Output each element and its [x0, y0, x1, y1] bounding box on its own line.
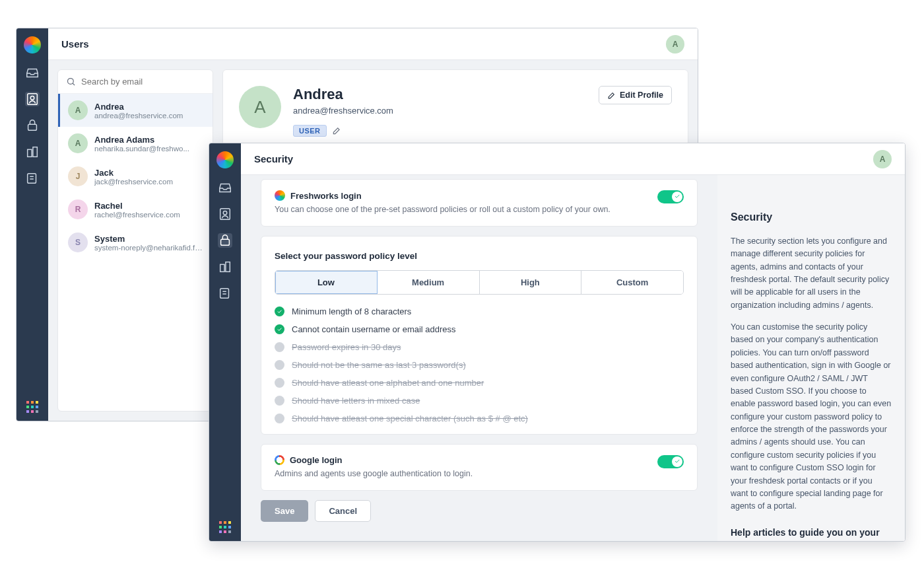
card-title: Google login	[290, 455, 342, 465]
audit-icon[interactable]	[25, 171, 40, 186]
user-row[interactable]: A Andrea Adams neharika.sundar@freshwo..…	[58, 127, 213, 160]
user-email: jack@freshservice.com	[94, 178, 173, 186]
security-icon[interactable]	[218, 233, 232, 248]
freshworks-login-toggle[interactable]	[657, 190, 684, 203]
user-row[interactable]: J Jack jack@freshservice.com	[58, 160, 213, 193]
security-icon[interactable]	[25, 118, 40, 133]
policy-rule: Minimum length of 8 characters	[275, 307, 684, 316]
info-heading: Security	[731, 209, 892, 226]
user-email: rachel@freshservice.com	[94, 211, 180, 219]
policy-section-title: Select your password policy level	[275, 251, 684, 261]
policy-level-medium[interactable]: Medium	[378, 271, 480, 294]
cancel-button[interactable]: Cancel	[315, 500, 371, 522]
svg-rect-9	[221, 239, 230, 245]
user-email: neharika.sundar@freshwo...	[94, 145, 189, 153]
policy-level-custom[interactable]: Custom	[581, 271, 683, 294]
svg-point-6	[68, 79, 74, 85]
apps-icon[interactable]	[219, 521, 231, 533]
google-mark-icon	[275, 455, 284, 465]
policy-level-segment: LowMediumHighCustom	[275, 270, 684, 295]
nav-rail	[16, 28, 48, 421]
profile-email: andrea@freshservice.com	[293, 106, 587, 116]
svg-rect-4	[33, 147, 37, 157]
topbar: Users A	[48, 28, 698, 60]
policy-level-high[interactable]: High	[480, 271, 582, 294]
policy-rule: Password expires in 30 days	[275, 342, 684, 352]
info-panel: Security The security section lets you c…	[717, 175, 905, 541]
svg-rect-10	[220, 264, 224, 271]
disabled-icon	[275, 396, 284, 406]
organization-icon[interactable]	[218, 260, 232, 274]
user-name: Andrea	[94, 102, 183, 112]
inbox-icon[interactable]	[218, 180, 232, 195]
disabled-icon	[275, 360, 284, 370]
disabled-icon	[275, 342, 284, 352]
user-row[interactable]: R Rachel rachel@freshservice.com	[58, 193, 213, 226]
policy-rule: Cannot contain username or email address	[275, 324, 684, 334]
save-button[interactable]: Save	[261, 500, 308, 522]
current-user-avatar[interactable]: A	[666, 35, 684, 54]
user-avatar: A	[68, 100, 88, 120]
policy-rule: Should have letters in mixed case	[275, 396, 684, 406]
search-icon	[66, 77, 76, 87]
policy-level-low[interactable]: Low	[275, 271, 378, 294]
user-name: Jack	[94, 168, 173, 178]
role-badge: USER	[293, 125, 327, 137]
svg-rect-3	[28, 149, 32, 157]
freshworks-logo-icon	[216, 151, 234, 168]
info-paragraph: You can customise the security policy ba…	[731, 321, 892, 513]
freshworks-mark-icon	[275, 190, 285, 201]
svg-rect-12	[220, 289, 229, 299]
svg-rect-2	[28, 124, 37, 130]
user-name: Andrea Adams	[94, 135, 189, 145]
user-name: System	[94, 234, 205, 244]
apps-icon[interactable]	[26, 401, 38, 413]
search-input[interactable]	[81, 77, 205, 87]
users-sidebar: A Andrea andrea@freshservice.comA Andrea…	[57, 69, 213, 412]
card-description: You can choose one of the pre-set passwo…	[275, 203, 644, 215]
topbar: Security A	[241, 143, 905, 175]
google-login-card: Google login Admins and agents use googl…	[261, 444, 698, 491]
password-policy-card: Select your password policy level LowMed…	[261, 236, 698, 435]
policy-rule: Should have atleast one alphabet and one…	[275, 378, 684, 388]
page-title: Users	[61, 38, 89, 50]
inbox-icon[interactable]	[25, 65, 40, 80]
user-email: andrea@freshservice.com	[94, 112, 183, 120]
card-title: Freshworks login	[290, 191, 362, 201]
google-login-toggle[interactable]	[657, 455, 684, 468]
svg-rect-0	[28, 94, 38, 105]
edit-profile-button[interactable]: Edit Profile	[599, 86, 672, 104]
users-icon[interactable]	[218, 207, 232, 221]
disabled-icon	[275, 378, 284, 388]
svg-point-8	[223, 211, 227, 215]
profile-avatar: A	[239, 86, 281, 128]
policy-rule: Should not be the same as last 3 passwor…	[275, 360, 684, 370]
policy-rule: Should have atleast one special characte…	[275, 414, 684, 423]
page-title: Security	[254, 153, 293, 164]
edit-role-icon[interactable]	[332, 126, 341, 135]
disabled-icon	[275, 414, 284, 423]
svg-rect-11	[226, 262, 230, 272]
svg-point-1	[30, 96, 34, 100]
user-avatar: A	[68, 133, 88, 153]
user-row[interactable]: S System system-noreply@neharikafid.fres…	[58, 226, 213, 259]
organization-icon[interactable]	[25, 145, 40, 159]
audit-icon[interactable]	[218, 286, 232, 301]
card-description: Admins and agents use google authenticat…	[275, 468, 644, 480]
info-paragraph: The security section lets you configure …	[731, 235, 892, 312]
user-avatar: J	[68, 166, 88, 186]
svg-rect-5	[28, 174, 36, 184]
user-name: Rachel	[94, 201, 180, 211]
security-window: Security A Freshworks login You can choo…	[209, 143, 906, 542]
pencil-icon	[607, 91, 616, 100]
profile-name: Andrea	[293, 86, 587, 103]
user-email: system-noreply@neharikafid.fresh...	[94, 244, 205, 252]
users-icon[interactable]	[25, 92, 40, 106]
freshworks-logo-icon	[24, 36, 41, 54]
svg-rect-7	[220, 209, 230, 220]
check-icon	[275, 324, 284, 334]
help-heading: Help articles to guide you on your secur…	[731, 526, 892, 541]
user-row[interactable]: A Andrea andrea@freshservice.com	[58, 94, 213, 127]
current-user-avatar[interactable]: A	[873, 150, 892, 168]
user-search[interactable]	[58, 70, 213, 94]
